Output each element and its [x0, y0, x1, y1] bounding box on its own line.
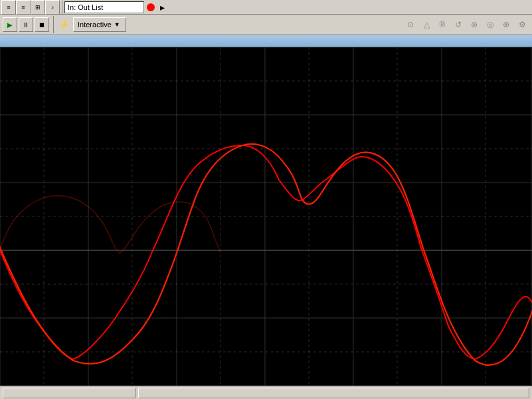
main-waveform	[0, 144, 532, 365]
title-text: In: Out List	[68, 3, 103, 11]
stop-button[interactable]: ⏹	[35, 17, 49, 32]
sim-icon-6[interactable]: ◎	[483, 17, 497, 32]
sim-icon-3[interactable]: ®	[435, 17, 450, 32]
sim-icon-2[interactable]: △	[419, 17, 434, 32]
toolbar-row2: ▶ ⏸ ⏹ ⚡ Interactive ▼ ⊙ △ ® ↺ ⊛ ◎	[0, 15, 532, 35]
status-panel-right	[138, 388, 529, 398]
toolbar-icon-1[interactable]: ≡	[1, 0, 16, 15]
sim-icon-1[interactable]: ⊙	[403, 17, 418, 32]
waveform-svg	[0, 47, 532, 386]
red-indicator	[147, 3, 155, 11]
toolbar-icon-3[interactable]: ⊞	[31, 0, 45, 15]
dropdown-arrow: ▼	[114, 21, 120, 28]
toolbar-icon-2[interactable]: ≡	[16, 0, 31, 15]
mode-indicator: ⚡	[59, 20, 70, 29]
pause-button[interactable]: ⏸	[19, 17, 33, 32]
blue-banner	[0, 35, 532, 47]
play-button[interactable]: ▶	[3, 17, 17, 32]
sim-controls-group: ▶ ⏸ ⏹	[3, 16, 54, 33]
interactive-mode-button[interactable]: Interactive ▼	[73, 17, 126, 32]
separator	[62, 1, 62, 14]
status-bar	[0, 386, 532, 399]
sim-icon-7[interactable]: ⊕	[499, 17, 513, 32]
toolbar-row1: ≡ ≡ ⊞ ♪ In: Out List ▸	[0, 0, 532, 15]
interactive-label-text: Interactive	[78, 21, 112, 29]
right-sim-icons: ⊙ △ ® ↺ ⊛ ◎ ⊕ ⚙	[403, 17, 529, 32]
toolbar-icon-4[interactable]: ♪	[45, 0, 60, 15]
sim-icon-5[interactable]: ⊛	[467, 17, 482, 32]
toolbar-icon-5[interactable]: ▸	[157, 2, 167, 13]
oscilloscope-plot[interactable]	[0, 47, 532, 386]
title-selector[interactable]: In: Out List	[64, 1, 144, 13]
status-panel-left	[3, 388, 135, 398]
settings-icon[interactable]: ⚙	[515, 17, 529, 32]
sim-icon-4[interactable]: ↺	[451, 17, 466, 32]
